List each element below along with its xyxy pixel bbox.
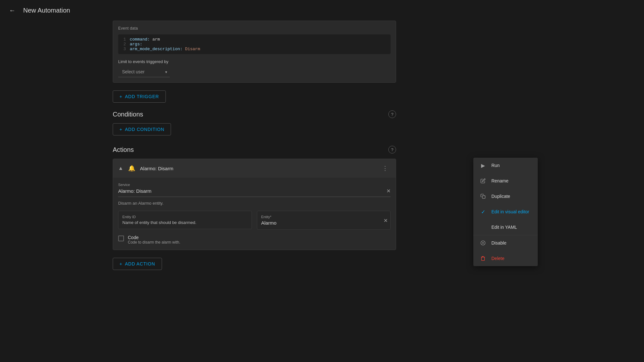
disable-label: Disable [491, 240, 507, 246]
code-checkbox[interactable] [118, 236, 124, 241]
menu-item-edit-visual[interactable]: ✓ Edit in visual editor [473, 204, 538, 219]
menu-item-delete[interactable]: Delete [473, 251, 538, 266]
entity-id-label: Entity ID [122, 215, 248, 219]
add-trigger-button[interactable]: + ADD TRIGGER [113, 90, 166, 103]
line-num-3: 3 [121, 47, 126, 51]
add-action-button[interactable]: + ADD ACTION [113, 258, 162, 270]
action-card-title-row: ▲ 🔔 Alarmo: Disarm [118, 164, 173, 173]
entity-value-field[interactable]: Entity* Alarmo ✕ [257, 211, 391, 230]
event-data-section: Event data 1 command: arm 2 args: 3 arm_… [113, 21, 396, 83]
action-card-title: Alarmo: Disarm [140, 166, 173, 171]
code-line-3: 3 arm_mode_description: Disarm [121, 47, 388, 51]
add-trigger-plus: + [119, 94, 122, 99]
conditions-header: Conditions ? [113, 110, 396, 118]
duplicate-icon [480, 193, 486, 200]
add-condition-plus: + [119, 127, 122, 132]
line-num-1: 1 [121, 37, 126, 42]
edit-yaml-icon [480, 224, 486, 230]
delete-label: Delete [491, 256, 504, 261]
edit-visual-label: Edit in visual editor [491, 209, 529, 214]
event-data-label: Event data [118, 26, 391, 31]
add-action-plus: + [119, 261, 122, 266]
context-menu: ▶ Run Rename Duplicate ✓ Edit in visual … [473, 158, 538, 266]
edit-visual-icon: ✓ [480, 209, 486, 215]
actions-help-icon[interactable]: ? [388, 146, 396, 153]
menu-item-edit-yaml[interactable]: Edit in YAML [473, 219, 538, 235]
actions-section: Actions ? ▲ 🔔 Alarmo: Disarm ⋮ Service A… [113, 146, 396, 270]
conditions-title: Conditions [113, 111, 143, 118]
actions-header: Actions ? [113, 146, 396, 153]
service-clear-icon[interactable]: ✕ [386, 188, 391, 194]
menu-item-rename[interactable]: Rename [473, 173, 538, 189]
select-user[interactable]: Select user [118, 67, 170, 77]
line-num-2: 2 [121, 42, 126, 47]
entity-required-label: Entity* [261, 215, 386, 219]
duplicate-label: Duplicate [491, 194, 510, 199]
action-card-header: ▲ 🔔 Alarmo: Disarm ⋮ [113, 159, 396, 178]
edit-yaml-label: Edit in YAML [491, 225, 517, 230]
service-value: Alarmo: Disarm [118, 188, 151, 194]
menu-item-duplicate[interactable]: Duplicate [473, 189, 538, 204]
menu-item-disable[interactable]: Disable [473, 235, 538, 251]
run-icon: ▶ [480, 162, 486, 169]
entity-value: Alarmo [261, 220, 386, 226]
alarm-icon: 🔔 [127, 164, 136, 173]
entity-clear-icon[interactable]: ✕ [384, 217, 388, 223]
add-condition-button[interactable]: + ADD CONDITION [113, 123, 171, 135]
service-label: Service [118, 183, 391, 187]
code-block: 1 command: arm 2 args: 3 arm_mode_descri… [118, 34, 391, 54]
code-line-1: 1 command: arm [121, 37, 388, 42]
add-condition-label: ADD CONDITION [125, 127, 164, 132]
content-area: Event data 1 command: arm 2 args: 3 arm_… [113, 21, 402, 283]
rename-label: Rename [491, 178, 508, 183]
code-line-2: 2 args: [121, 42, 388, 47]
entity-row: Entity ID Name of entity that should be … [118, 211, 391, 230]
svg-point-2 [482, 242, 484, 244]
entity-id-field: Entity ID Name of entity that should be … [118, 211, 252, 229]
run-label: Run [491, 163, 500, 168]
actions-title: Actions [113, 146, 134, 153]
menu-item-run[interactable]: ▶ Run [473, 158, 538, 173]
conditions-help-icon[interactable]: ? [388, 110, 396, 118]
code-key-label: Code [128, 235, 180, 240]
code-description: Code to disarm the alarm with. [128, 240, 180, 245]
service-row: Alarmo: Disarm ✕ [118, 188, 391, 197]
header: ← New Automation [0, 0, 644, 21]
entity-id-description: Name of entity that should be disarmed. [122, 220, 248, 225]
collapse-icon[interactable]: ▲ [118, 165, 123, 171]
action-menu-button[interactable]: ⋮ [380, 163, 391, 173]
rename-icon [480, 178, 486, 184]
code-row: Code Code to disarm the alarm with. [118, 230, 391, 245]
delete-icon [480, 255, 486, 262]
limit-label: Limit to events triggered by [118, 59, 391, 64]
service-description: Disarm an Alarmo entity. [118, 201, 391, 206]
select-user-wrapper[interactable]: Select user [118, 67, 170, 77]
main-content: Event data 1 command: arm 2 args: 3 arm_… [0, 21, 644, 362]
disable-icon [480, 240, 486, 246]
back-button[interactable]: ← [6, 4, 18, 17]
action-card-body: Service Alarmo: Disarm ✕ Disarm an Alarm… [113, 178, 396, 250]
add-trigger-label: ADD TRIGGER [125, 94, 159, 99]
svg-rect-0 [482, 196, 485, 199]
page-title: New Automation [23, 7, 70, 14]
action-card: ▲ 🔔 Alarmo: Disarm ⋮ Service Alarmo: Dis… [113, 159, 396, 250]
add-action-label: ADD ACTION [125, 261, 155, 266]
